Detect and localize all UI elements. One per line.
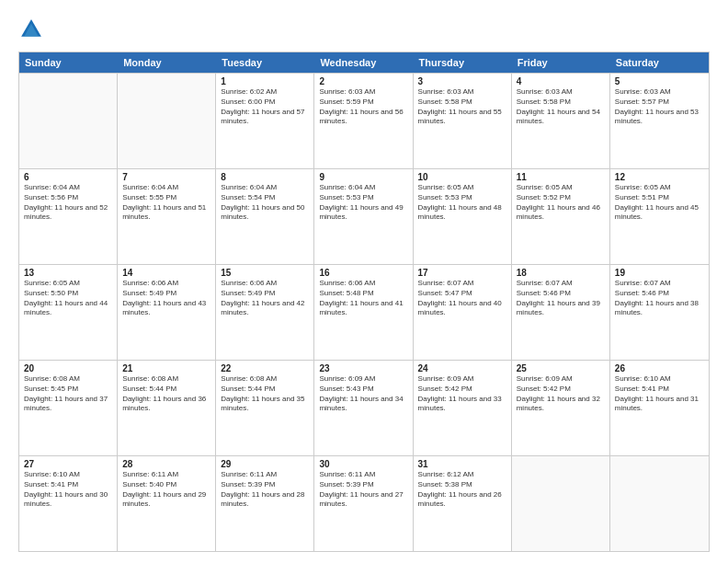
calendar-header: SundayMondayTuesdayWednesdayThursdayFrid… bbox=[19, 52, 709, 73]
cell-info: Sunrise: 6:09 AMSunset: 5:42 PMDaylight:… bbox=[517, 374, 605, 414]
header bbox=[18, 17, 710, 42]
calendar-row-1: 6Sunrise: 6:04 AMSunset: 5:56 PMDaylight… bbox=[19, 168, 709, 264]
calendar-cell: 12Sunrise: 6:05 AMSunset: 5:51 PMDayligh… bbox=[610, 169, 709, 264]
cell-info: Sunrise: 6:04 AMSunset: 5:56 PMDaylight:… bbox=[24, 183, 112, 223]
cell-info: Sunrise: 6:06 AMSunset: 5:49 PMDaylight:… bbox=[122, 279, 210, 318]
calendar-row-3: 20Sunrise: 6:08 AMSunset: 5:45 PMDayligh… bbox=[19, 360, 709, 455]
calendar-cell: 17Sunrise: 6:07 AMSunset: 5:47 PMDayligh… bbox=[414, 265, 512, 360]
calendar-row-0: 1Sunrise: 6:02 AMSunset: 6:00 PMDaylight… bbox=[19, 73, 709, 168]
cell-info: Sunrise: 6:07 AMSunset: 5:47 PMDaylight:… bbox=[418, 279, 506, 318]
day-number: 19 bbox=[615, 268, 704, 278]
day-number: 16 bbox=[319, 268, 407, 278]
header-day-saturday: Saturday bbox=[610, 52, 709, 73]
cell-info: Sunrise: 6:07 AMSunset: 5:46 PMDaylight:… bbox=[517, 279, 605, 318]
calendar-cell: 18Sunrise: 6:07 AMSunset: 5:46 PMDayligh… bbox=[512, 265, 610, 360]
day-number: 3 bbox=[418, 76, 506, 86]
day-number: 9 bbox=[319, 172, 407, 182]
cell-info: Sunrise: 6:11 AMSunset: 5:40 PMDaylight:… bbox=[122, 470, 210, 510]
calendar-cell bbox=[118, 74, 216, 168]
calendar-body: 1Sunrise: 6:02 AMSunset: 6:00 PMDaylight… bbox=[19, 73, 709, 551]
cell-info: Sunrise: 6:09 AMSunset: 5:43 PMDaylight:… bbox=[319, 374, 407, 414]
day-number: 12 bbox=[615, 172, 704, 182]
day-number: 4 bbox=[517, 76, 605, 86]
calendar-cell: 11Sunrise: 6:05 AMSunset: 5:52 PMDayligh… bbox=[512, 169, 610, 264]
day-number: 14 bbox=[122, 268, 210, 278]
calendar-cell: 3Sunrise: 6:03 AMSunset: 5:58 PMDaylight… bbox=[414, 74, 512, 168]
cell-info: Sunrise: 6:10 AMSunset: 5:41 PMDaylight:… bbox=[615, 374, 704, 414]
calendar-cell: 5Sunrise: 6:03 AMSunset: 5:57 PMDaylight… bbox=[610, 74, 709, 168]
calendar-cell: 20Sunrise: 6:08 AMSunset: 5:45 PMDayligh… bbox=[19, 361, 118, 455]
day-number: 28 bbox=[122, 459, 210, 469]
calendar-cell: 9Sunrise: 6:04 AMSunset: 5:53 PMDaylight… bbox=[314, 169, 413, 264]
header-day-tuesday: Tuesday bbox=[216, 52, 314, 73]
cell-info: Sunrise: 6:03 AMSunset: 5:58 PMDaylight:… bbox=[517, 87, 605, 127]
header-day-wednesday: Wednesday bbox=[314, 52, 413, 73]
day-number: 10 bbox=[418, 172, 506, 182]
calendar-cell: 7Sunrise: 6:04 AMSunset: 5:55 PMDaylight… bbox=[118, 169, 216, 264]
calendar-cell: 19Sunrise: 6:07 AMSunset: 5:46 PMDayligh… bbox=[610, 265, 709, 360]
calendar-cell: 8Sunrise: 6:04 AMSunset: 5:54 PMDaylight… bbox=[216, 169, 314, 264]
cell-info: Sunrise: 6:08 AMSunset: 5:44 PMDaylight:… bbox=[221, 374, 309, 414]
calendar-cell bbox=[512, 456, 610, 551]
calendar-row-4: 27Sunrise: 6:10 AMSunset: 5:41 PMDayligh… bbox=[19, 455, 709, 551]
day-number: 2 bbox=[319, 76, 407, 86]
day-number: 20 bbox=[24, 363, 112, 373]
cell-info: Sunrise: 6:08 AMSunset: 5:45 PMDaylight:… bbox=[24, 374, 112, 414]
day-number: 13 bbox=[24, 268, 112, 278]
cell-info: Sunrise: 6:03 AMSunset: 5:59 PMDaylight:… bbox=[319, 87, 407, 127]
cell-info: Sunrise: 6:04 AMSunset: 5:55 PMDaylight:… bbox=[122, 183, 210, 223]
cell-info: Sunrise: 6:06 AMSunset: 5:48 PMDaylight:… bbox=[319, 279, 407, 318]
cell-info: Sunrise: 6:04 AMSunset: 5:54 PMDaylight:… bbox=[221, 183, 309, 223]
cell-info: Sunrise: 6:03 AMSunset: 5:57 PMDaylight:… bbox=[615, 87, 704, 127]
calendar-cell: 4Sunrise: 6:03 AMSunset: 5:58 PMDaylight… bbox=[512, 74, 610, 168]
header-day-monday: Monday bbox=[118, 52, 216, 73]
page: SundayMondayTuesdayWednesdayThursdayFrid… bbox=[0, 0, 728, 563]
day-number: 27 bbox=[24, 459, 112, 469]
cell-info: Sunrise: 6:12 AMSunset: 5:38 PMDaylight:… bbox=[418, 470, 506, 510]
calendar-cell: 28Sunrise: 6:11 AMSunset: 5:40 PMDayligh… bbox=[118, 456, 216, 551]
header-day-sunday: Sunday bbox=[19, 52, 118, 73]
calendar-cell bbox=[610, 456, 709, 551]
cell-info: Sunrise: 6:05 AMSunset: 5:50 PMDaylight:… bbox=[24, 279, 112, 318]
calendar-cell: 13Sunrise: 6:05 AMSunset: 5:50 PMDayligh… bbox=[19, 265, 118, 360]
header-day-friday: Friday bbox=[512, 52, 610, 73]
cell-info: Sunrise: 6:02 AMSunset: 6:00 PMDaylight:… bbox=[221, 87, 309, 127]
calendar-cell bbox=[19, 74, 118, 168]
cell-info: Sunrise: 6:05 AMSunset: 5:52 PMDaylight:… bbox=[517, 183, 605, 223]
cell-info: Sunrise: 6:08 AMSunset: 5:44 PMDaylight:… bbox=[122, 374, 210, 414]
cell-info: Sunrise: 6:11 AMSunset: 5:39 PMDaylight:… bbox=[319, 470, 407, 510]
calendar-cell: 26Sunrise: 6:10 AMSunset: 5:41 PMDayligh… bbox=[610, 361, 709, 455]
calendar-cell: 29Sunrise: 6:11 AMSunset: 5:39 PMDayligh… bbox=[216, 456, 314, 551]
day-number: 30 bbox=[319, 459, 407, 469]
day-number: 22 bbox=[221, 363, 309, 373]
cell-info: Sunrise: 6:10 AMSunset: 5:41 PMDaylight:… bbox=[24, 470, 112, 510]
calendar: SundayMondayTuesdayWednesdayThursdayFrid… bbox=[18, 52, 710, 552]
day-number: 1 bbox=[221, 76, 309, 86]
day-number: 25 bbox=[517, 363, 605, 373]
day-number: 24 bbox=[418, 363, 506, 373]
cell-info: Sunrise: 6:04 AMSunset: 5:53 PMDaylight:… bbox=[319, 183, 407, 223]
calendar-row-2: 13Sunrise: 6:05 AMSunset: 5:50 PMDayligh… bbox=[19, 264, 709, 360]
calendar-cell: 30Sunrise: 6:11 AMSunset: 5:39 PMDayligh… bbox=[314, 456, 413, 551]
day-number: 18 bbox=[517, 268, 605, 278]
cell-info: Sunrise: 6:03 AMSunset: 5:58 PMDaylight:… bbox=[418, 87, 506, 127]
calendar-cell: 22Sunrise: 6:08 AMSunset: 5:44 PMDayligh… bbox=[216, 361, 314, 455]
day-number: 26 bbox=[615, 363, 704, 373]
day-number: 7 bbox=[122, 172, 210, 182]
calendar-cell: 27Sunrise: 6:10 AMSunset: 5:41 PMDayligh… bbox=[19, 456, 118, 551]
calendar-cell: 23Sunrise: 6:09 AMSunset: 5:43 PMDayligh… bbox=[314, 361, 413, 455]
day-number: 17 bbox=[418, 268, 506, 278]
day-number: 23 bbox=[319, 363, 407, 373]
day-number: 8 bbox=[221, 172, 309, 182]
calendar-cell: 24Sunrise: 6:09 AMSunset: 5:42 PMDayligh… bbox=[414, 361, 512, 455]
calendar-cell: 2Sunrise: 6:03 AMSunset: 5:59 PMDaylight… bbox=[314, 74, 413, 168]
logo-icon bbox=[18, 17, 44, 42]
day-number: 21 bbox=[122, 363, 210, 373]
cell-info: Sunrise: 6:11 AMSunset: 5:39 PMDaylight:… bbox=[221, 470, 309, 510]
day-number: 29 bbox=[221, 459, 309, 469]
day-number: 11 bbox=[517, 172, 605, 182]
calendar-cell: 6Sunrise: 6:04 AMSunset: 5:56 PMDaylight… bbox=[19, 169, 118, 264]
calendar-cell: 15Sunrise: 6:06 AMSunset: 5:49 PMDayligh… bbox=[216, 265, 314, 360]
cell-info: Sunrise: 6:05 AMSunset: 5:51 PMDaylight:… bbox=[615, 183, 704, 223]
day-number: 5 bbox=[615, 76, 704, 86]
